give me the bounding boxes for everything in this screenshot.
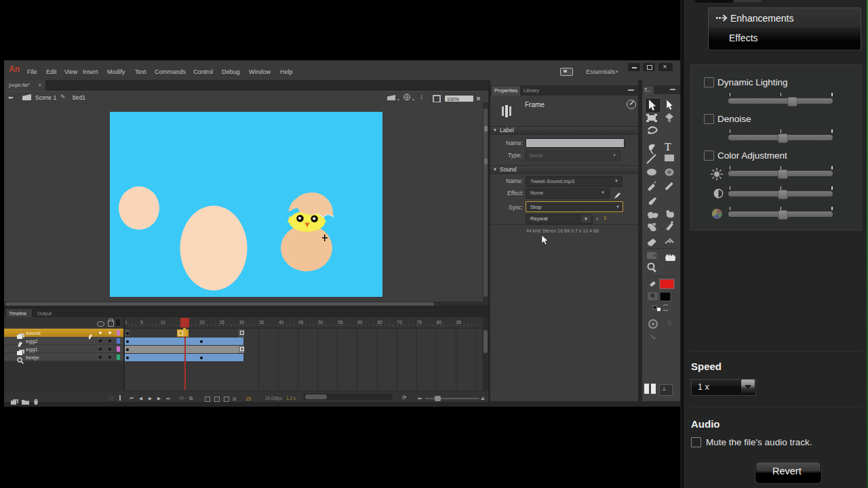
svg-text:T: T bbox=[665, 141, 671, 152]
svg-text:S: S bbox=[667, 319, 671, 327]
